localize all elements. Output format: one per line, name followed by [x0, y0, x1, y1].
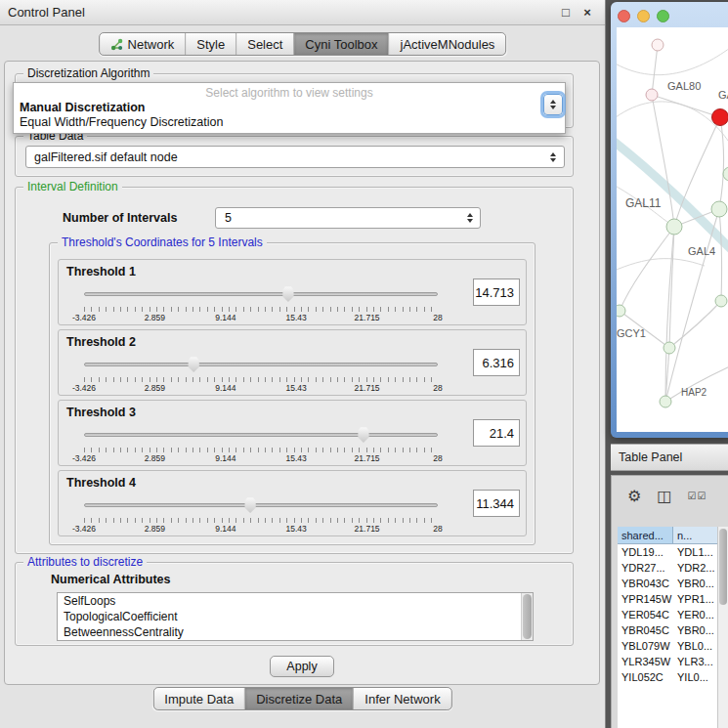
attributes-list-scrollbar[interactable]	[521, 593, 533, 640]
threshold-value-field[interactable]: 14.713	[473, 278, 520, 306]
table-panel-titlebar[interactable]: Table Panel	[611, 444, 728, 471]
network-node-selected[interactable]	[712, 109, 728, 126]
table-row[interactable]: YPR145W YPR1...	[618, 591, 728, 607]
window-title: Control Panel	[8, 0, 85, 25]
cell[interactable]: YDL19...	[618, 544, 673, 560]
network-node[interactable]	[617, 305, 625, 317]
tab-label: Infer Network	[364, 692, 440, 707]
node-label: GAL80	[667, 80, 701, 92]
network-node[interactable]	[646, 89, 658, 101]
cell[interactable]: YPR145W	[618, 591, 673, 607]
table-row[interactable]: YBL079W YBL0...	[618, 638, 728, 654]
cell[interactable]: YIL052C	[618, 669, 673, 685]
scale-label: -3.426	[72, 313, 96, 322]
select-all-checkboxes-icon[interactable]: ☑☑	[687, 492, 707, 501]
column-header-shared-name[interactable]: shared...	[618, 527, 673, 543]
threshold-slider[interactable]: -3.426 2.859 9.144 15.43 21.715 28	[84, 285, 438, 324]
tab-select[interactable]: Select	[236, 33, 293, 55]
minimize-traffic-light-icon[interactable]	[637, 10, 650, 22]
slider-track[interactable]	[84, 503, 438, 507]
cell[interactable]: YER054C	[618, 607, 673, 622]
network-node[interactable]	[652, 39, 664, 51]
close-traffic-light-icon[interactable]	[618, 10, 630, 22]
gear-icon[interactable]: ⚙	[627, 489, 641, 504]
cell[interactable]: YBR043C	[618, 576, 673, 591]
arrow-down-icon	[550, 106, 556, 109]
threshold-value-field[interactable]: 6.316	[473, 349, 520, 376]
slider-scale: -3.426 2.859 9.144 15.43 21.715 28	[84, 453, 438, 463]
dropdown-option-equal-width[interactable]: Equal Width/Frequency Discretization	[14, 114, 565, 129]
scale-label: 28	[433, 383, 442, 393]
control-panel-titlebar[interactable]: Control Panel □ ×	[0, 0, 605, 25]
table-row[interactable]: YBR043C YBR0...	[618, 576, 728, 591]
cell[interactable]: YDR27...	[618, 560, 673, 576]
slider-thumb[interactable]	[187, 356, 200, 372]
list-item[interactable]: TopologicalCoefficient	[58, 609, 533, 624]
dropdown-option-manual-discretization[interactable]: Manual Discretization	[14, 100, 565, 114]
tab-network[interactable]: Network	[100, 33, 186, 55]
tab-infer-network[interactable]: Infer Network	[353, 688, 450, 709]
slider-track[interactable]	[84, 363, 438, 366]
close-icon[interactable]: ×	[579, 4, 595, 21]
cell[interactable]: YBR045C	[618, 622, 673, 638]
spinner-arrows-icon[interactable]	[462, 213, 480, 223]
threshold-slider[interactable]: -3.426 2.859 9.144 15.43 21.715 28	[84, 426, 438, 465]
float-window-icon[interactable]: □	[558, 4, 574, 21]
table-row[interactable]: YLR345W YLR3...	[618, 654, 728, 669]
threshold-panel: Threshold 2 6.316 -3.426 2.859 9.144 15.…	[58, 329, 527, 396]
slider-thumb[interactable]	[281, 285, 295, 302]
network-node[interactable]	[711, 201, 727, 217]
table-row[interactable]: YIL052C YIL0...	[618, 669, 728, 685]
table-row[interactable]: YBR045C YBR0...	[618, 622, 728, 638]
slider-scale: -3.426 2.859 9.144 15.43 21.715 28	[84, 524, 438, 534]
table-data-group: Table Data galFiltered.sif default node	[15, 136, 574, 177]
zoom-traffic-light-icon[interactable]	[657, 10, 669, 22]
network-node[interactable]	[666, 219, 682, 235]
table-row[interactable]: YDL19... YDL1...	[618, 544, 728, 560]
apply-button[interactable]: Apply	[270, 656, 334, 677]
threshold-slider[interactable]: -3.426 2.859 9.144 15.43 21.715 28	[84, 356, 438, 395]
columns-icon[interactable]: ◫	[657, 489, 671, 504]
slider-thumb[interactable]	[243, 496, 257, 513]
threshold-value-field[interactable]: 21.4	[473, 419, 520, 447]
list-item[interactable]: BetweennessCentrality	[58, 624, 533, 640]
tab-jactivemnodules[interactable]: jActiveMNodules	[389, 33, 506, 55]
table-data-combobox[interactable]: galFiltered.sif default node	[25, 146, 565, 168]
tab-discretize-data[interactable]: Discretize Data	[244, 688, 353, 709]
scale-label: 15.43	[286, 524, 307, 534]
threshold-slider[interactable]: -3.426 2.859 9.144 15.43 21.715 28	[84, 496, 438, 535]
scale-label: 9.144	[215, 383, 236, 393]
scrollbar-thumb[interactable]	[719, 529, 727, 605]
network-node[interactable]	[660, 396, 671, 407]
list-item[interactable]: SelfLoops	[58, 593, 533, 609]
network-node[interactable]	[715, 295, 727, 307]
network-node[interactable]	[664, 342, 675, 354]
number-of-intervals-value: 5	[216, 211, 462, 225]
cell[interactable]: YBL079W	[618, 638, 673, 654]
slider-track[interactable]	[84, 292, 438, 296]
tab-style[interactable]: Style	[185, 33, 236, 55]
number-of-intervals-spinner[interactable]: 5	[215, 207, 481, 229]
top-tabbar: Network Style Select Cyni Toolbox jActiv…	[99, 32, 507, 56]
scrollbar-thumb[interactable]	[523, 594, 532, 639]
node-label: GA	[718, 89, 728, 101]
tab-impute-data[interactable]: Impute Data	[153, 688, 244, 709]
threshold-value-field[interactable]: 11.344	[473, 490, 520, 517]
tab-label: Style	[196, 37, 225, 52]
algorithm-combo-arrows-button[interactable]	[543, 94, 563, 115]
threshold-panel: Threshold 1 14.713 -3.426 2.859 9.144 15…	[58, 259, 527, 325]
dropdown-placeholder-option[interactable]: Select algorithm to view settings	[14, 86, 565, 100]
threshold-label: Threshold 4	[66, 476, 136, 490]
network-canvas[interactable]: GAL80 GA GAL11 GAL4 GCY1 HAP2	[617, 27, 728, 432]
table-row[interactable]: YER054C YER0...	[618, 607, 728, 622]
tab-label: Cyni Toolbox	[305, 37, 377, 52]
cell[interactable]: YLR345W	[618, 654, 673, 669]
algorithm-dropdown-popup: Select algorithm to view settings Manual…	[13, 82, 566, 134]
tab-cyni-toolbox[interactable]: Cyni Toolbox	[293, 33, 388, 55]
slider-thumb[interactable]	[357, 426, 370, 443]
thresholds-group: Threshold's Coordinates for 5 Intervals …	[49, 242, 535, 545]
numerical-attributes-list[interactable]: SelfLoops TopologicalCoefficient Between…	[57, 592, 534, 641]
table-row[interactable]: YDR27... YDR2...	[618, 560, 728, 576]
table-scrollbar[interactable]	[717, 527, 728, 728]
slider-track[interactable]	[84, 433, 438, 437]
